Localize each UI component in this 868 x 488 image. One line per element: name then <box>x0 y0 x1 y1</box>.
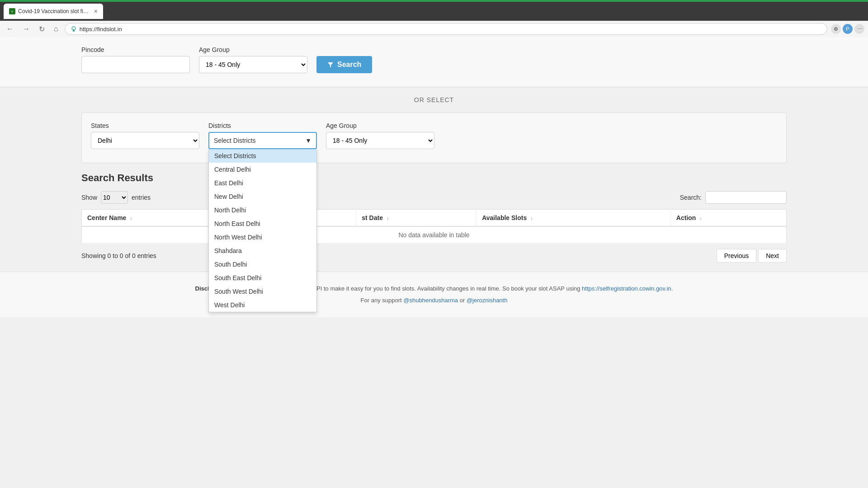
no-data-cell: No data available in table <box>82 226 787 244</box>
col-date[interactable]: st Date ↕ <box>356 210 476 227</box>
col-center-name-sort-icon: ↕ <box>130 216 132 221</box>
age-group-district-select[interactable]: 18 - 45 Only 45+ Only All <box>326 132 434 149</box>
age-group-field-group: Age Group 18 - 45 Only 45+ Only All <box>199 46 307 73</box>
dropdown-item-west[interactable]: West Delhi <box>209 298 316 312</box>
age-group-district-label: Age Group <box>326 122 434 129</box>
refresh-button[interactable]: ↻ <box>36 24 47 34</box>
show-label: Show <box>81 194 97 201</box>
table-search-input[interactable] <box>705 191 787 204</box>
disclaimer-paragraph: Disclaimer: This web app uses CoWin open… <box>9 283 859 295</box>
page-buttons: Previous Next <box>717 249 787 263</box>
or-select-divider: OR SELECT <box>0 87 868 113</box>
dropdown-item-north[interactable]: North Delhi <box>209 203 316 217</box>
address-bar[interactable]: https://findslot.in <box>65 23 827 35</box>
browser-nav: ← → ↻ ⌂ https://findslot.in ⚙ P ⋯ <box>0 21 868 37</box>
table-body: No data available in table <box>82 226 787 244</box>
dropdown-item-select[interactable]: Select Districts <box>209 149 316 163</box>
svg-text:V: V <box>11 9 14 14</box>
districts-dropdown-wrapper: Select Districts ▼ Select Districts Cent… <box>208 132 317 149</box>
dropdown-item-southwest[interactable]: South West Delhi <box>209 285 316 298</box>
states-select[interactable]: Delhi <box>91 132 199 149</box>
profile-icon[interactable]: P <box>843 24 853 34</box>
table-header-row: Center Name ↕ Area ↕ st Date ↕ Available… <box>82 210 787 227</box>
table-head: Center Name ↕ Area ↕ st Date ↕ Available… <box>82 210 787 227</box>
district-section: States Delhi Districts Select Districts … <box>81 113 787 163</box>
support-text: For any support <box>361 297 404 304</box>
table-search-box: Search: <box>680 191 787 204</box>
dropdown-item-central[interactable]: Central Delhi <box>209 163 316 176</box>
pagination: Showing 0 to 0 of 0 entries Previous Nex… <box>81 249 787 263</box>
entries-select[interactable]: 10 25 50 <box>101 191 128 204</box>
footer: Disclaimer: This web app uses CoWin open… <box>0 272 868 317</box>
col-center-name-label: Center Name <box>87 214 126 221</box>
dropdown-item-south[interactable]: South Delhi <box>209 258 316 271</box>
menu-icon[interactable]: ⋯ <box>854 24 864 34</box>
no-data-row: No data available in table <box>82 226 787 244</box>
districts-field-group: Districts Select Districts ▼ Select Dist… <box>208 122 317 149</box>
forward-button[interactable]: → <box>20 24 33 34</box>
browser-chrome: V Covid-19 Vaccination slot finde... × + <box>0 2 868 21</box>
col-slots[interactable]: Available Slots ↕ <box>476 210 671 227</box>
svg-rect-3 <box>73 29 75 32</box>
browser-tab[interactable]: V Covid-19 Vaccination slot finde... × <box>4 4 103 19</box>
lock-icon <box>71 26 77 32</box>
results-title: Search Results <box>81 172 787 184</box>
browser-toolbar-icons: ⚙ P ⋯ <box>831 24 864 34</box>
col-date-sort-icon: ↕ <box>387 216 389 221</box>
filter-icon <box>327 61 334 68</box>
next-button[interactable]: Next <box>758 249 787 263</box>
table-search-label: Search: <box>680 194 702 201</box>
states-field-group: States Delhi <box>91 122 199 149</box>
or-select-text: OR SELECT <box>414 96 454 103</box>
tab-favicon: V <box>9 8 15 14</box>
show-entries: Show 10 25 50 entries <box>81 191 151 204</box>
search-button[interactable]: Search <box>316 56 372 73</box>
districts-label: Districts <box>208 122 317 129</box>
showing-text: Showing 0 to 0 of 0 entries <box>81 252 156 259</box>
back-button[interactable]: ← <box>4 24 16 34</box>
dropdown-item-east[interactable]: East Delhi <box>209 176 316 190</box>
support-handle1-link[interactable]: @shubhendusharma <box>403 297 458 304</box>
age-group-district-field-group: Age Group 18 - 45 Only 45+ Only All <box>326 122 434 149</box>
dropdown-item-northwest[interactable]: North West Delhi <box>209 230 316 244</box>
top-search-section: Pincode Age Group 18 - 45 Only 45+ Only … <box>0 37 868 87</box>
home-button[interactable]: ⌂ <box>51 24 61 34</box>
previous-button[interactable]: Previous <box>717 249 756 263</box>
dropdown-item-new[interactable]: New Delhi <box>209 190 316 203</box>
district-fields: States Delhi Districts Select Districts … <box>91 122 777 149</box>
col-slots-sort-icon: ↕ <box>530 216 533 221</box>
districts-dropdown-list: Select Districts Central Delhi East Delh… <box>208 149 317 312</box>
support-or: or <box>460 297 467 304</box>
search-fields: Pincode Age Group 18 - 45 Only 45+ Only … <box>81 46 787 73</box>
col-action-label: Action <box>676 214 696 221</box>
results-table: Center Name ↕ Area ↕ st Date ↕ Available… <box>81 209 787 244</box>
tab-close-icon[interactable]: × <box>94 8 98 15</box>
entries-label: entries <box>132 194 151 201</box>
dropdown-arrow-icon: ▼ <box>305 137 311 144</box>
pincode-input[interactable] <box>81 56 190 73</box>
support-handle2-link[interactable]: @jeroznishanth <box>467 297 508 304</box>
support-paragraph: For any support @shubhendusharma or @jer… <box>9 295 859 306</box>
states-label: States <box>91 122 199 129</box>
tab-title: Covid-19 Vaccination slot finde... <box>18 8 91 14</box>
results-section: Search Results Show 10 25 50 entries Sea… <box>81 172 787 263</box>
dropdown-item-southeast[interactable]: South East Delhi <box>209 271 316 285</box>
pincode-field-group: Pincode <box>81 46 190 73</box>
results-controls: Show 10 25 50 entries Search: <box>81 191 787 204</box>
dropdown-item-northeast[interactable]: North East Delhi <box>209 217 316 230</box>
age-group-label: Age Group <box>199 46 307 53</box>
pincode-label: Pincode <box>81 46 190 53</box>
districts-trigger[interactable]: Select Districts ▼ <box>208 132 317 149</box>
url-text: https://findslot.in <box>80 26 122 33</box>
page-content: Pincode Age Group 18 - 45 Only 45+ Only … <box>0 37 868 488</box>
cowin-link[interactable]: https://selfregistration.cowin.gov.in <box>582 285 671 292</box>
col-action-sort-icon: ↕ <box>699 216 702 221</box>
col-action[interactable]: Action ↕ <box>670 210 786 227</box>
extensions-icon[interactable]: ⚙ <box>831 24 841 34</box>
dropdown-item-shahdara[interactable]: Shahdara <box>209 244 316 258</box>
search-button-label: Search <box>337 61 361 69</box>
age-group-select[interactable]: 18 - 45 Only 45+ Only All <box>199 56 307 73</box>
col-slots-label: Available Slots <box>482 214 527 221</box>
new-tab-button[interactable]: + <box>107 8 110 15</box>
col-date-label: st Date <box>362 214 383 221</box>
